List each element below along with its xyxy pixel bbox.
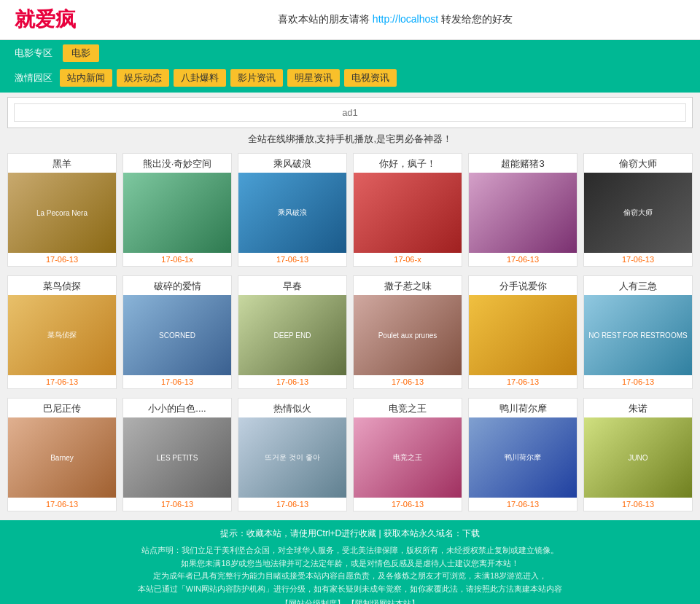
movie-card-8[interactable]: 破碎的爱情 SCORNED 17-06-13 xyxy=(122,275,232,389)
movie-card-3[interactable]: 乘风破浪 乘风破浪 17-06-13 xyxy=(238,153,347,267)
nav-btn-tv-info[interactable]: 电视资讯 xyxy=(344,69,397,87)
ad-input[interactable] xyxy=(14,103,686,122)
movie-poster-17: 鸭川荷尔摩 xyxy=(469,417,577,498)
notice-url[interactable]: http://localhost xyxy=(373,13,438,25)
movie-title-7: 菜鸟侦探 xyxy=(8,276,116,295)
movie-title-15: 热情似火 xyxy=(238,399,346,417)
movie-poster-14: LES PETITS xyxy=(123,417,231,498)
footer-text-3: 定为成年者已具有完整行为能力目睹或接受本站内容自愿负责，及各修炼之朋友才可浏览，… xyxy=(153,571,547,580)
movie-grid-row1: 黑羊 La Pecora Nera 17-06-13 熊出没·奇妙空间 17-0… xyxy=(7,153,693,267)
nav-label-movies: 电影专区 xyxy=(15,47,52,60)
poster-text-7: 菜鸟侦探 xyxy=(46,329,78,342)
movie-poster-11 xyxy=(469,295,577,375)
footer-tip: 提示：收藏本站，请使用Ctrl+D进行收藏 | 获取本站永久域名：下载 xyxy=(15,527,685,540)
poster-text-5 xyxy=(521,211,524,214)
poster-text-12: NO REST FOR RESTROOMS xyxy=(587,330,688,341)
movie-poster-18: JUNO xyxy=(584,417,692,498)
movie-date-7: 17-06-13 xyxy=(8,375,116,388)
poster-text-10: Poulet aux prunes xyxy=(377,330,439,341)
movie-poster-5 xyxy=(469,173,577,253)
movie-card-17[interactable]: 鸭川荷尔摩 鸭川荷尔摩 17-06-13 xyxy=(468,398,578,511)
movie-card-5[interactable]: 超能赌猪3 17-06-13 xyxy=(468,153,578,267)
movie-title-16: 电竞之王 xyxy=(354,399,462,417)
poster-text-4 xyxy=(406,211,409,214)
movie-title-8: 破碎的爱情 xyxy=(123,276,231,295)
movie-card-11[interactable]: 分手说爱你 17-06-13 xyxy=(468,275,578,389)
movie-title-11: 分手说爱你 xyxy=(469,276,577,295)
poster-text-1: La Pecora Nera xyxy=(35,208,89,219)
movie-card-12[interactable]: 人有三急 NO REST FOR RESTROOMS 17-06-13 xyxy=(583,275,693,389)
movie-date-8: 17-06-13 xyxy=(123,375,231,388)
movie-card-4[interactable]: 你好，疯子！ 17-06-x xyxy=(353,153,462,267)
poster-text-6: 偷窃大师 xyxy=(622,206,654,219)
movie-poster-9: DEEP END xyxy=(238,295,346,375)
movie-card-15[interactable]: 热情似火 뜨거운 것이 좋아 17-06-13 xyxy=(238,398,347,511)
nav-label-hot: 激情园区 xyxy=(15,71,52,85)
movie-poster-13: Barney xyxy=(8,417,116,498)
footer-disclaimer-4: 本站已通过「WIN网站内容防护机构」进行分级，如有家长疑则未成年觉察，如你家覆此… xyxy=(15,583,685,596)
movie-grid-row3: 巴尼正传 Barney 17-06-13 小小的白色.... LES PETIT… xyxy=(7,398,693,511)
movie-card-7[interactable]: 菜鸟侦探 菜鸟侦探 17-06-13 xyxy=(7,275,117,389)
footer-disclaimer-2: 如果您未满18岁或您当地法律并可之法定年龄，或是对情色反感及是虐待人士建议您离开… xyxy=(15,557,685,570)
nav-btn-film-info[interactable]: 影片资讯 xyxy=(230,69,283,87)
movie-title-9: 早春 xyxy=(238,276,346,295)
movie-title-4: 你好，疯子！ xyxy=(354,154,462,173)
logo[interactable]: 就爱疯 xyxy=(15,6,76,34)
poster-text-17: 鸭川荷尔摩 xyxy=(503,451,542,464)
movie-date-14: 17-06-13 xyxy=(123,498,231,511)
movie-date-16: 17-06-13 xyxy=(354,498,462,511)
footer-text-2: 如果您未满18岁或您当地法律并可之法定年龄，或是对情色反感及是虐待人士建议您离开… xyxy=(181,559,518,568)
nav-btn-gossip[interactable]: 八卦爆料 xyxy=(174,69,226,87)
movie-card-2[interactable]: 熊出没·奇妙空间 17-06-1x xyxy=(122,153,232,267)
movie-poster-3: 乘风破浪 xyxy=(238,173,346,253)
poster-text-18: JUNO xyxy=(626,452,649,463)
nav-bar-1: 电影专区 电影 xyxy=(0,40,700,66)
poster-text-16: 电竞之王 xyxy=(392,451,424,464)
movie-date-11: 17-06-13 xyxy=(469,375,577,388)
header: 就爱疯 喜欢本站的朋友请将 http://localhost 转发给您的好友 xyxy=(0,0,700,40)
movie-card-13[interactable]: 巴尼正传 Barney 17-06-13 xyxy=(7,398,117,511)
movie-card-18[interactable]: 朱诺 JUNO 17-06-13 xyxy=(583,398,693,511)
movie-title-2: 熊出没·奇妙空间 xyxy=(123,154,231,173)
movie-title-13: 巴尼正传 xyxy=(8,399,116,417)
movie-title-12: 人有三急 xyxy=(584,276,692,295)
movie-poster-6: 偷窃大师 xyxy=(584,173,692,253)
movie-date-1: 17-06-13 xyxy=(8,253,116,266)
header-notice: 喜欢本站的朋友请将 http://localhost 转发给您的好友 xyxy=(105,13,685,26)
nav-btn-news[interactable]: 站内新闻 xyxy=(60,69,112,87)
movie-card-10[interactable]: 撒子惹之味 Poulet aux prunes 17-06-13 xyxy=(353,275,462,389)
movie-card-6[interactable]: 偷窃大师 偷窃大师 17-06-13 xyxy=(583,153,693,267)
movie-card-9[interactable]: 早春 DEEP END 17-06-13 xyxy=(238,275,347,389)
movie-title-14: 小小的白色.... xyxy=(123,399,231,417)
movie-poster-7: 菜鸟侦探 xyxy=(8,295,116,375)
poster-text-3: 乘风破浪 xyxy=(276,206,308,219)
poster-text-15: 뜨거운 것이 좋아 xyxy=(263,451,322,464)
movie-card-16[interactable]: 电竞之王 电竞之王 17-06-13 xyxy=(353,398,462,511)
footer-tip-text: 提示：收藏本站，请使用Ctrl+D进行收藏 | 获取本站永久域名：下载 xyxy=(220,528,480,538)
nav-btn-entertainment[interactable]: 娱乐动态 xyxy=(117,69,169,87)
footer-text-4: 本站已通过「WIN网站内容防护机构」进行分级，如有家长疑则未成年觉察，如你家覆此… xyxy=(138,584,562,593)
footer-links: 【网站分级制度】 【限制级网站本站】 xyxy=(15,598,685,604)
movie-poster-2 xyxy=(123,173,231,253)
footer-link-1[interactable]: 【网站分级制度】 xyxy=(281,599,345,604)
movie-date-3: 17-06-13 xyxy=(238,253,346,266)
movie-title-5: 超能赌猪3 xyxy=(469,154,577,173)
footer-disclaimer-3: 定为成年者已具有完整行为能力目睹或接受本站内容自愿负责，及各修炼之朋友才可浏览，… xyxy=(15,570,685,583)
movie-poster-1: La Pecora Nera xyxy=(8,173,116,253)
movie-title-10: 撒子惹之味 xyxy=(354,276,462,295)
footer-link-2[interactable]: 【限制级网站本站】 xyxy=(347,599,419,604)
notice-prefix: 喜欢本站的朋友请将 xyxy=(278,13,373,25)
nav-btn-movie[interactable]: 电影 xyxy=(63,44,99,62)
poster-text-2 xyxy=(176,211,179,214)
movie-card-14[interactable]: 小小的白色.... LES PETITS 17-06-13 xyxy=(122,398,232,511)
movie-title-3: 乘风破浪 xyxy=(238,154,346,173)
movie-card-1[interactable]: 黑羊 La Pecora Nera 17-06-13 xyxy=(7,153,117,267)
movie-poster-4 xyxy=(354,173,462,253)
movie-date-15: 17-06-13 xyxy=(238,498,346,511)
ad-banner xyxy=(7,97,693,128)
movie-poster-8: SCORNED xyxy=(123,295,231,375)
movie-date-4: 17-06-x xyxy=(354,253,462,266)
footer: 提示：收藏本站，请使用Ctrl+D进行收藏 | 获取本站永久域名：下载 站点声明… xyxy=(0,520,700,604)
nav-btn-star-info[interactable]: 明星资讯 xyxy=(287,69,340,87)
poster-text-13: Barney xyxy=(49,452,75,463)
